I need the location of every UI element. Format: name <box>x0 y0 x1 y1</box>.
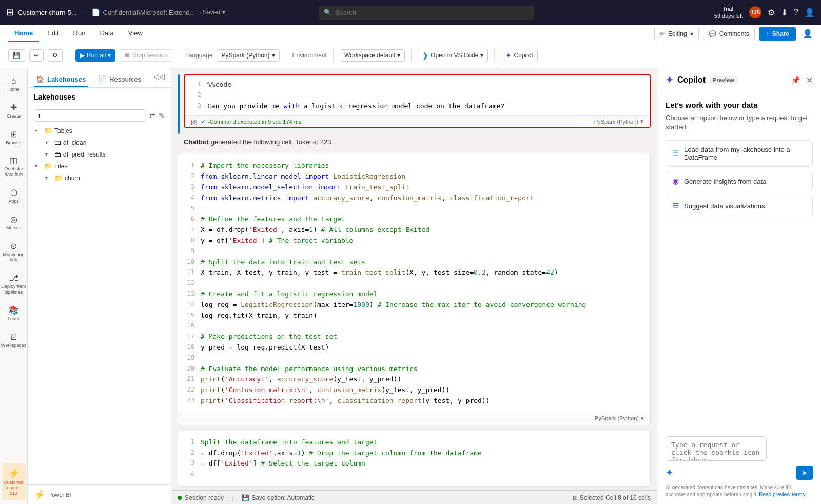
code-line-2: 2 <box>191 90 643 101</box>
top-bar: ⊞ Customer churn-5... · 📄 Confidential\M… <box>0 0 821 25</box>
split-lc-1: Split the dataframe into features and ta… <box>201 437 644 448</box>
line-content-2 <box>207 90 643 101</box>
tree-item-files[interactable]: ▾ 📁 Files <box>32 160 167 172</box>
copilot-option-load[interactable]: ☰ Load data from my lakehouse into a Dat… <box>666 140 813 167</box>
settings-notebook-button[interactable]: ⚙ <box>48 49 63 62</box>
sidebar-item-home[interactable]: ⌂ Home <box>2 72 26 96</box>
sidebar-item-workspaces[interactable]: ⊡ Workspaces <box>2 328 26 353</box>
table-icon-dfclean: 🗃 <box>54 139 61 146</box>
cell-lang-badge[interactable]: PySpark (Python) ▾ <box>594 118 643 125</box>
line-content-1[interactable]: %%code <box>207 80 643 90</box>
tab-home[interactable]: Home <box>8 25 39 42</box>
tab-lakehouses[interactable]: 🏠 Lakehouses <box>34 72 88 87</box>
sidebar-item-apps[interactable]: ⬡ Apps <box>2 184 26 208</box>
copilot-close-button[interactable]: ✕ <box>806 75 813 85</box>
copilot-sparkle-icon: ✦ <box>666 74 673 86</box>
stop-session-button[interactable]: ⏹ Stop session <box>120 49 172 62</box>
collapse-panel-button[interactable]: ◁◁ <box>151 72 167 87</box>
search-input[interactable] <box>319 6 534 20</box>
sidebar-item-create[interactable]: ✚ Create <box>2 99 26 123</box>
table-icon-dfpred: 🗃 <box>54 150 61 158</box>
line-content-3[interactable]: Can you provide me with a logistic regre… <box>207 101 643 112</box>
ln-c12: 12 <box>184 278 194 289</box>
tab-view[interactable]: View <box>122 25 149 42</box>
copilot-subtitle: Let's work with your data <box>666 101 813 109</box>
sidebar-label-apps: Apps <box>8 199 19 204</box>
copilot-option-insights[interactable]: ◉ Generate insights from data <box>666 171 813 191</box>
waffle-icon[interactable]: ⊞ <box>6 7 14 18</box>
notebook-area[interactable]: 1 %%code 2 3 Can you provide me with a l… <box>171 68 657 490</box>
lc-c5 <box>201 204 644 215</box>
sync-icon[interactable]: ⇄ <box>149 111 155 120</box>
copilot-sparkle-send-icon[interactable]: ✦ <box>666 467 673 478</box>
ln-c18: 18 <box>184 342 194 353</box>
cell-language-label: PySpark (Python) <box>594 119 638 125</box>
tree-item-tables[interactable]: ▾ 📁 Tables <box>32 125 167 137</box>
download-icon[interactable]: ⬇ <box>781 8 788 17</box>
sidebar-item-browse[interactable]: ⊞ Browse <box>2 125 26 150</box>
tab-resources[interactable]: 📄 Resources <box>96 72 143 87</box>
user-icon[interactable]: 👤 <box>803 29 813 38</box>
workspace-dropdown[interactable]: Workspace default ▾ <box>340 49 405 62</box>
copilot-footer: ✦ ➤ AI-generated content can have mistak… <box>657 430 821 504</box>
tab-run[interactable]: Run <box>67 25 92 42</box>
cell-active-indicator <box>178 74 180 134</box>
tab-edit[interactable]: Edit <box>41 25 65 42</box>
copilot-input[interactable] <box>666 436 767 461</box>
cell-info-label: Selected Cell 8 of 16 cells <box>580 494 651 501</box>
tree-section: ▾ 📁 Tables ▾ 🗃 df_clean ▾ 🗃 df_pred_resu… <box>28 125 171 484</box>
powerbi-icon: ⚡ <box>34 489 45 500</box>
sidebar-item-learn[interactable]: 📚 Learn <box>2 301 26 326</box>
copilot-description: Choose an option below or type a request… <box>666 113 813 132</box>
notifications-badge[interactable]: 125 <box>749 6 761 18</box>
sidebar-item-customer[interactable]: ⚡ Customer churn-513 <box>2 463 26 500</box>
sidebar-item-monitoring[interactable]: ⊙ Monitoring hub <box>2 237 26 267</box>
language-dropdown[interactable]: PySpark (Python) ▾ <box>217 49 279 62</box>
doc-title: Confidential\Microsoft Extend... <box>103 9 196 16</box>
open-vscode-button[interactable]: ❯ Open in VS Code ▾ <box>418 49 488 62</box>
help-icon[interactable]: ? <box>794 8 798 17</box>
editing-badge[interactable]: ✏ Editing ▾ <box>654 28 699 40</box>
code-cell-lang[interactable]: PySpark (Python) ▾ <box>595 415 644 422</box>
cell-body-input: 1 %%code 2 3 Can you provide me with a l… <box>185 75 650 115</box>
chevron-cell-lang: ▾ <box>640 118 643 125</box>
left-panel: 🏠 Lakehouses 📄 Resources ◁◁ Lakehouses ⇄… <box>28 68 171 504</box>
split-ln-3: 3 <box>184 458 194 469</box>
sidebar-item-datalake[interactable]: ◫ OneLake data hub <box>2 151 26 182</box>
copilot-option-viz[interactable]: ☰ Suggest data visualizations <box>666 196 813 216</box>
ln-c20: 20 <box>184 364 194 375</box>
share-button[interactable]: ↑ Share <box>759 27 796 41</box>
environment-label: Environment <box>292 52 327 59</box>
trial-line1: Trial: <box>714 5 743 12</box>
undo-button[interactable]: ↩ <box>29 49 44 62</box>
copilot-pin-button[interactable]: 📌 <box>791 76 800 84</box>
split-cell-body[interactable]: 1 Split the dataframe into features and … <box>178 431 650 486</box>
sidebar-item-deployment[interactable]: ⎇ Deployment pipelines <box>2 269 26 299</box>
run-all-button[interactable]: ▶ Run all ▾ <box>75 49 115 62</box>
save-button[interactable]: 💾 <box>8 49 25 62</box>
separator-3 <box>286 49 286 62</box>
settings-icon[interactable]: ⚙ <box>768 8 775 17</box>
ln-c4: 4 <box>184 193 194 204</box>
account-icon[interactable]: 👤 <box>805 8 815 17</box>
tree-item-dfclean[interactable]: ▾ 🗃 df_clean <box>42 137 167 148</box>
tab-data[interactable]: Data <box>93 25 120 42</box>
copilot-button[interactable]: ✦ Copilot <box>501 49 537 62</box>
tree-item-churn[interactable]: ▾ 📁 churn <box>42 172 167 184</box>
cell-count: ⊞ Selected Cell 8 of 16 cells <box>573 494 651 501</box>
doc-info: 📄 Confidential\Microsoft Extend... <box>91 8 196 16</box>
ln-c16: 16 <box>184 321 194 332</box>
preview-terms-link[interactable]: Read preview terms. <box>759 492 806 497</box>
tree-item-dfpred[interactable]: ▾ 🗃 df_pred_results <box>42 148 167 160</box>
comments-button[interactable]: 💬 Comments <box>703 28 755 40</box>
copilot-send-button[interactable]: ➤ <box>796 466 813 480</box>
sidebar-item-metrics[interactable]: ◎ Metrics <box>2 210 26 235</box>
tree-label-dfpred: df_pred_results <box>63 151 106 158</box>
code-line-c20: 20 # Evaluate the model performance usin… <box>184 364 644 375</box>
resources-tab-label: Resources <box>109 75 141 83</box>
lakehouse-search[interactable] <box>34 109 146 122</box>
pencil-small-icon[interactable]: ✎ <box>159 111 165 120</box>
code-cell-body[interactable]: 1 # Import the necessary libraries 2 fro… <box>178 154 650 412</box>
split-cell: 1 Split the dataframe into features and … <box>178 431 651 487</box>
ln-c8: 8 <box>184 236 194 246</box>
